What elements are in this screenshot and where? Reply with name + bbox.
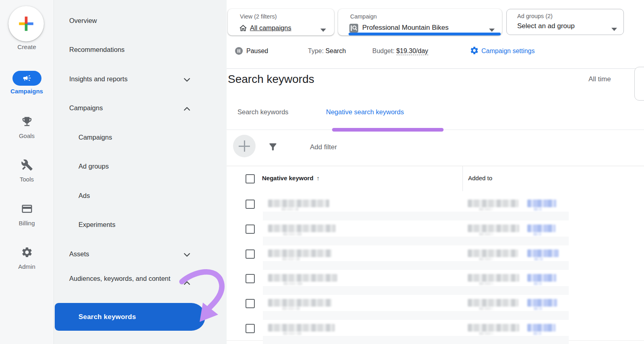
campaign-selector-label: Campaign [350,13,377,20]
nav-item-experiments[interactable]: Experiments [54,221,227,233]
sidebar-item-billing[interactable]: Billing [0,203,54,227]
purple-highlight-annotation [332,128,444,132]
nav-label: Overview [69,17,97,25]
sidebar-item-goals[interactable]: Goals [0,115,54,139]
redacted-added-to [468,225,519,232]
add-negative-keyword-button[interactable] [233,135,256,157]
nav-label: Experiments [78,221,116,229]
app-sidebar: Create Campaigns Goals Tools [0,0,54,344]
create-label: Create [0,43,54,51]
view-filter-dropdown[interactable]: View (2 filters) All campaigns [228,9,334,35]
selected-campaign-indicator [349,33,501,35]
date-range-picker[interactable] [634,67,644,101]
nav-label: Assets [69,250,89,258]
redacted-negative-keyword [268,249,332,257]
nav-label: Insights and reports [69,75,128,83]
tab-search-keywords[interactable]: Search keywords [237,108,289,116]
page-title: Search keywords [228,73,314,86]
sidebar-item-admin[interactable]: Admin [0,246,54,270]
nav-item-search-keywords-active[interactable]: Search keywords [55,303,205,331]
date-range-value[interactable]: All time [588,75,611,83]
tab-negative-search-keywords[interactable]: Negative search keywords [326,108,404,116]
row-checkbox[interactable] [246,200,255,209]
redacted-added-to-link[interactable] [527,299,557,307]
dropdown-caret-icon [489,29,495,32]
google-plus-icon [18,16,34,32]
blur-halo-band [263,286,569,295]
campaign-search-icon [349,23,359,33]
column-header-added-to[interactable]: Added to [468,175,492,181]
main-content: View (2 filters) All campaigns Campaign … [227,0,644,344]
nav-item-ad-groups[interactable]: Ad groups [54,163,227,175]
nav-label: Recommendations [69,46,125,54]
nav-item-recommendations[interactable]: Recommendations [54,46,227,58]
redacted-added-to [468,324,519,332]
ad-group-selector-value: Select an ad group [517,22,575,30]
row-checkbox[interactable] [246,324,255,333]
nav-item-audiences-keywords-content[interactable]: Audiences, keywords, and content [54,272,227,299]
trophy-icon [0,115,54,131]
redacted-negative-keyword [268,200,329,207]
redacted-negative-keyword [268,299,332,307]
campaign-settings-link[interactable]: Campaign settings [481,47,535,55]
budget-value[interactable]: $19.30/day [396,47,428,55]
blur-halo-band [263,212,569,220]
redacted-negative-keyword [268,225,336,232]
megaphone-icon [12,71,41,86]
paused-status-icon [235,47,243,55]
redacted-added-to-link[interactable] [527,274,556,282]
gear-icon [0,246,54,262]
nav-label: Ad groups [78,163,109,170]
sidebar-label-billing: Billing [0,220,54,227]
table-header: Negative keyword↑ Added to [227,166,644,192]
dropdown-caret-icon [320,29,326,32]
row-checkbox[interactable] [246,274,255,283]
sidebar-label-goals: Goals [0,132,54,139]
nav-label: Search keywords [78,303,136,331]
section-divider [227,68,644,69]
blur-halo-band [263,311,569,320]
chevron-up-icon [184,281,190,285]
row-checkbox[interactable] [246,249,255,259]
sidebar-item-campaigns[interactable]: Campaigns [0,71,54,95]
type-value: Search [326,47,346,54]
nav-item-campaigns-sub[interactable]: Campaigns [54,134,227,146]
select-all-checkbox[interactable] [246,174,255,183]
redacted-added-to-link[interactable] [527,324,555,332]
settings-gear-icon [470,46,479,55]
view-filter-value: All campaigns [250,24,291,32]
redacted-added-to [468,200,518,207]
campaign-selector-dropdown[interactable]: Campaign Professional Mountain Bikes [338,9,502,35]
nav-item-assets[interactable]: Assets [54,250,227,262]
ad-group-selector-dropdown[interactable]: Ad groups (2) Select an ad group [506,9,624,35]
redacted-added-to-link[interactable] [527,249,559,257]
nav-item-insights-and-reports[interactable]: Insights and reports [54,75,227,87]
status-badge[interactable]: Paused [246,47,268,55]
budget-label: Budget: [372,47,394,54]
blur-halo-band [263,261,569,270]
nav-item-overview[interactable]: Overview [54,17,227,29]
redacted-negative-keyword [268,324,335,332]
add-filter-button[interactable]: Add filter [310,143,337,151]
nav-item-campaigns[interactable]: Campaigns [54,104,227,116]
credit-card-icon [0,203,54,218]
redacted-added-to [468,249,518,257]
nav-label: Campaigns [69,104,103,112]
sidebar-label-admin: Admin [0,263,54,270]
row-checkbox[interactable] [246,225,255,234]
chevron-down-icon [184,78,190,82]
column-header-negative-keyword[interactable]: Negative keyword↑ [262,175,320,181]
redacted-added-to [468,299,518,307]
tools-icon [0,159,54,174]
nav-item-ads[interactable]: Ads [54,192,227,204]
sidebar-item-tools[interactable]: Tools [0,159,54,183]
nav-label: Ads [78,192,90,200]
sidebar-label-campaigns: Campaigns [0,88,54,95]
filter-funnel-icon[interactable] [268,142,278,152]
dropdown-caret-icon [611,28,617,31]
redacted-added-to-link[interactable] [527,200,556,207]
nav-label: Audiences, keywords, and content [69,272,182,285]
view-filter-label: View (2 filters) [240,13,277,20]
row-checkbox[interactable] [246,299,255,308]
redacted-added-to-link[interactable] [527,225,555,232]
